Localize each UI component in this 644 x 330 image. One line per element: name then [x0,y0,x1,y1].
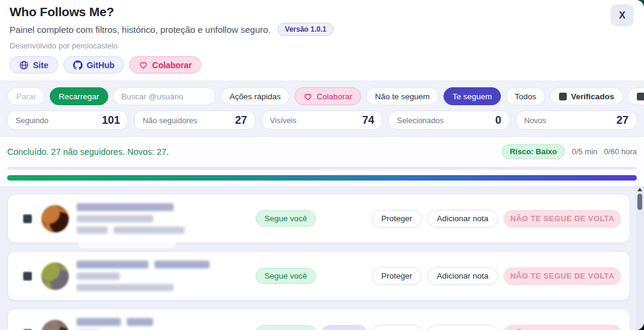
page-title: Who Follows Me? [10,5,634,19]
follows-you-badge: Segue você [256,210,316,227]
protect-button[interactable]: Proteger [372,267,422,285]
add-note-button[interactable]: Adicionar nota [427,267,498,285]
filter-following-button[interactable]: Te seguem [443,87,501,105]
avatar[interactable] [41,205,69,233]
filter-not-following-button[interactable]: Não te seguem [366,87,439,105]
user-list: Segue você Proteger Adicionar nota NÃO T… [0,186,644,330]
checkbox-icon [559,93,567,100]
scroll-up-icon[interactable] [637,188,642,191]
toolbar: Parar Recarregar Ações rápidas Colaborar… [7,87,637,105]
follows-you-badge: Segue você [256,268,316,284]
filter-all-button[interactable]: Todos [506,87,545,105]
user-row: Segue você Proteger Adicionar nota NÃO T… [7,194,630,243]
private-badge: Privado [321,325,367,330]
add-note-button[interactable]: Adicionar nota [427,325,498,330]
stat-seguindo: Seguindo 101 [7,111,128,130]
redacted-handle [77,215,153,222]
row-checkbox[interactable] [23,271,32,281]
heart-icon [303,92,312,101]
redacted-meta [77,284,174,291]
stop-button[interactable]: Parar [7,87,45,105]
site-button[interactable]: Site [10,56,58,74]
heart-icon [139,60,148,69]
redacted-username [127,318,153,326]
redacted-username [77,203,174,211]
close-button[interactable]: X [610,4,634,26]
follows-you-badge: Segue você [256,325,316,330]
avatar[interactable] [41,320,69,330]
stat-visiveis: Visíveis 74 [262,111,382,130]
redacted-meta [114,227,184,234]
scrollbar-thumb[interactable] [637,194,642,210]
search-input[interactable] [113,87,216,105]
developer-credit: Desenvolvido por perciocastelo [10,41,634,50]
avatar[interactable] [41,262,69,290]
protect-button[interactable]: Proteger [372,210,422,228]
redacted-user-info [77,318,256,330]
redacted-username [154,261,209,268]
not-following-back-button[interactable]: NÃO TE SEGUE DE VOLTA [503,267,621,285]
collaborate-toolbar-button[interactable]: Colaborar [294,87,361,105]
filter-private-toggle[interactable]: Privados [628,87,644,105]
redacted-username [77,261,148,268]
filter-verified-toggle[interactable]: Verificados [550,87,623,105]
collaborate-button[interactable]: Colaborar [129,56,201,74]
stats-row: Seguindo 101 Não seguidores 27 Visíveis … [7,111,637,130]
controls-section: Parar Recarregar Ações rápidas Colaborar… [0,81,644,137]
tooltip-remnant [78,243,176,248]
protect-button[interactable]: Proteger [372,325,422,330]
header: Who Follows Me? Painel completo com filt… [0,0,644,81]
scan-progress-bar [7,175,637,181]
rate-limit-minute: 0/5 min [572,147,597,156]
github-button[interactable]: GitHub [63,56,124,74]
redacted-meta [77,227,108,234]
who-follows-me-panel: Who Follows Me? Painel completo com filt… [0,0,644,330]
user-row: Segue você Privado Proteger Adicionar no… [7,308,630,330]
reload-button[interactable]: Recarregar [50,87,108,105]
rate-limit-hour: 0/60 hora [604,147,637,156]
page-subtitle: Painel completo com filtros, histórico, … [10,25,271,35]
redacted-user-info [77,203,256,234]
user-row: Segue você Proteger Adicionar nota NÃO T… [7,251,630,301]
row-checkbox[interactable] [23,214,32,224]
stat-nao-seguidores: Não seguidores 27 [134,111,255,130]
redacted-handle [77,273,120,280]
quick-actions-button[interactable]: Ações rápidas [221,87,290,105]
close-icon: X [619,10,625,21]
version-badge: Versão 1.0.1 [278,23,333,36]
globe-icon [19,60,29,70]
scrollbar[interactable] [636,186,644,330]
rate-progress-track [7,167,637,170]
github-icon [73,60,83,70]
not-following-back-button[interactable]: NÃO TE SEGUE DE VOLTA [503,210,621,228]
stat-novos: Novos 27 [516,111,637,130]
redacted-user-info [77,261,256,291]
checkbox-icon [637,93,644,100]
add-note-button[interactable]: Adicionar nota [427,210,498,228]
status-section: Concluído. 27 não seguidores. Novos: 27.… [0,137,644,186]
stat-selecionados: Selecionados 0 [388,111,509,130]
not-following-back-button[interactable]: NÃO TE SEGUE DE VOLTA [503,325,621,330]
risk-badge: Risco: Baixo [502,144,566,159]
redacted-username [77,318,121,326]
status-message: Concluído. 27 não seguidores. Novos: 27. [7,147,169,157]
